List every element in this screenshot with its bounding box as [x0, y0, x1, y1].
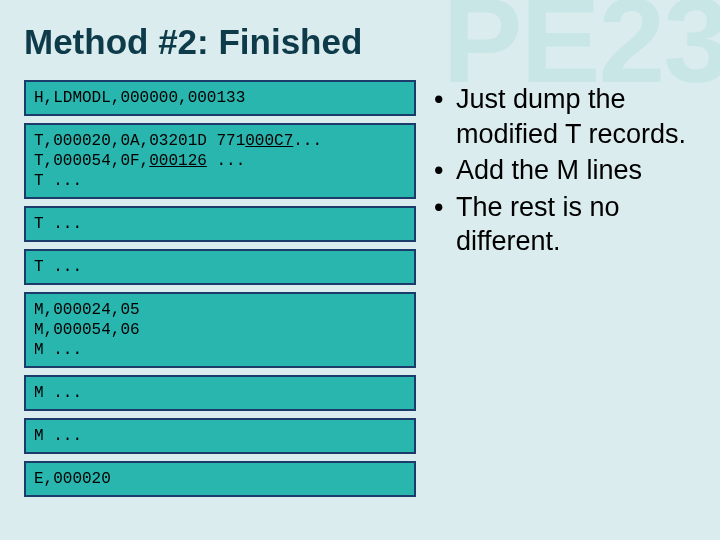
codebox: M ...	[24, 375, 416, 411]
slide-container: Method #2: Finished H,LDMODL,000000,0001…	[0, 0, 720, 540]
code-column: H,LDMODL,000000,000133 T,000020,0A,03201…	[24, 80, 416, 497]
bullet-item: Add the M lines	[434, 153, 696, 188]
bullet-list: Just dump the modified T records. Add th…	[434, 82, 696, 259]
bullets-column: Just dump the modified T records. Add th…	[434, 80, 696, 261]
bullet-item: The rest is no different.	[434, 190, 696, 259]
codebox: E,000020	[24, 461, 416, 497]
codebox: T,000020,0A,03201D 771000C7... T,000054,…	[24, 123, 416, 199]
codebox: T ...	[24, 249, 416, 285]
codebox: M ...	[24, 418, 416, 454]
slide-title: Method #2: Finished	[24, 22, 696, 62]
codebox: M,000024,05 M,000054,06 M ...	[24, 292, 416, 368]
codebox: H,LDMODL,000000,000133	[24, 80, 416, 116]
bullet-item: Just dump the modified T records.	[434, 82, 696, 151]
codebox: T ...	[24, 206, 416, 242]
two-column-layout: H,LDMODL,000000,000133 T,000020,0A,03201…	[24, 80, 696, 497]
